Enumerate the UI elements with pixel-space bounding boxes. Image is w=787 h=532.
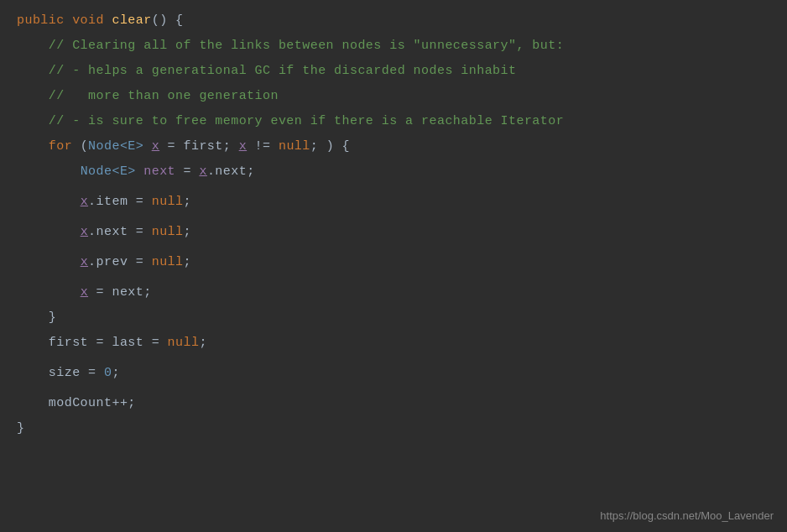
code-line: x.item = null; xyxy=(0,190,787,215)
code-line: modCount++; xyxy=(0,391,787,416)
code-line: x.prev = null; xyxy=(0,250,787,275)
code-line: for (Node<E> x = first; x != null; ) { xyxy=(0,134,787,159)
code-line: public void clear() { xyxy=(0,8,787,34)
code-line: // Clearing all of the links between nod… xyxy=(0,34,787,59)
code-line: } xyxy=(0,305,787,331)
watermark: https://blog.csdn.net/Moo_Lavender xyxy=(600,509,774,522)
code-line: // more than one generation xyxy=(0,84,787,109)
code-container: public void clear() { // Clearing all of… xyxy=(0,0,787,532)
code-line: } xyxy=(0,416,787,441)
code-line: x = next; xyxy=(0,280,787,305)
code-line: x.next = null; xyxy=(0,220,787,245)
code-line: // - is sure to free memory even if ther… xyxy=(0,109,787,134)
code-line: Node<E> next = x.next; xyxy=(0,159,787,185)
code-line: size = 0; xyxy=(0,361,787,386)
code-line: first = last = null; xyxy=(0,331,787,356)
code-line: // - helps a generational GC if the disc… xyxy=(0,59,787,84)
